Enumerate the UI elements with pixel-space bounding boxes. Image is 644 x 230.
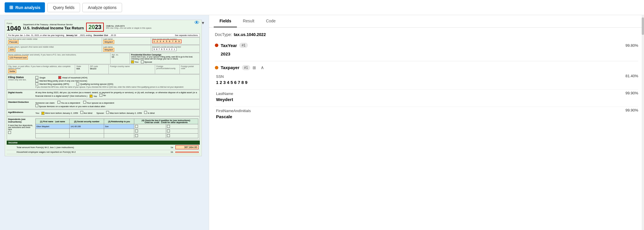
ssn-field-confidence: 81.40% [625,74,638,78]
mfs-option: Married filing separately (MFS) Qualifyi… [35,82,198,85]
pec-checkboxes: ✓ You Spouse [131,60,198,63]
lastname-field-row: LastName Weydert 99.90% [215,91,638,102]
apt-cell: Apt. no. 55 [110,53,130,64]
tab-code-label: Code [266,19,275,23]
mfs-checkbox[interactable] [35,82,38,85]
state-label: State [76,65,87,67]
dep-row-1: Elton Weydert 141 85 295 Son [36,124,198,129]
spouse-last-cell: Last name Weydert [102,45,151,52]
query-fields-button[interactable]: Query fields [47,3,80,12]
pec-spouse-checkbox[interactable] [141,60,144,63]
blind-you-checkbox[interactable] [80,111,83,114]
scrollbar-track[interactable] [642,15,644,230]
qss-checkbox[interactable] [76,82,79,85]
more-deps-checkbox[interactable] [8,131,11,134]
analysis-icon: ⊞ [9,5,13,10]
form-title: U.S. Individual Income Tax Return [23,26,84,31]
age-spouse-checkbox[interactable] [106,111,109,114]
tab-code[interactable]: Code [260,15,281,27]
city-cell: City, town, or post office. If you have … [7,65,75,74]
run-analysis-button[interactable]: ⊞ Run analysis [5,2,45,12]
dep-row-3 [36,134,198,138]
mfj-option: Married filing jointly (even if only one… [35,79,198,82]
taxyear-badge: #1 [239,43,248,48]
dependents-header: Dependents (see instructions): If more t… [8,118,34,138]
dep-col-qualify: (4) Check the box if qualifies for (see … [134,119,198,124]
blind-spouse-checkbox[interactable] [144,111,147,114]
single-checkbox[interactable] [35,76,38,79]
taxpayer-section: Taxpayer #1 ⊞ ∧ SSN 1 2 3 4 5 6 7 8 9 81… [215,65,638,119]
pec-you-label: You [135,61,139,63]
tab-result[interactable]: Result [237,15,260,27]
scrollbar-thumb[interactable] [642,17,644,35]
taxpayer-toggle[interactable]: ∧ [261,65,264,70]
age-blindness-section: Age/Blindness You: ✓ Were born before Ja… [7,109,200,116]
dependents-note: If more than four dependents, see instru… [8,124,34,130]
std-deduction-title: Standard Deduction [8,101,34,103]
dep-col-rel: (3) Relationship to you [104,119,134,124]
chevron-down-icon[interactable]: ▾ [202,20,204,26]
std-you-checkbox[interactable] [57,101,60,104]
mfj-checkbox[interactable] [35,79,38,82]
last-name-value: Weydert [103,40,114,44]
apt-value: 55 [112,56,114,58]
analyze-options-label: Analyze options [88,5,117,10]
address-row: Home address (number and street). If you… [7,53,200,64]
form-label-container: Form 1040 [7,22,21,32]
dep-ssn-3 [70,134,104,138]
taxyear-dot [215,44,218,47]
year-box: 2023 [86,23,104,32]
dependents-section: Dependents (see instructions): If more t… [7,116,200,140]
std-spouse-checkbox[interactable] [83,101,86,104]
std-spouse-label: Your spouse as a dependent [87,102,114,104]
dependents-table: (1) First name Last name (2) Social secu… [35,118,198,138]
income-1b-ref: 1b [168,151,175,153]
filing-status-section: Filing Status Check only one box. Single… [7,74,200,89]
hoh-checkbox[interactable]: ✓ [58,76,61,79]
address-cell: Home address (number and street). If you… [7,53,110,64]
std-deduction-header: Standard Deduction [8,101,34,108]
age-you-checkbox[interactable]: ✓ [41,112,44,115]
spouse-last-value: Weydert [103,48,114,52]
apt-label: Apt. no. [112,54,128,56]
dep-ssn-1: 141 85 295 [70,124,104,129]
age-blind-content: You: ✓ Were born before January 2, 1959 … [35,111,198,115]
irs-form: Form 1040 Department of the Treasury—Int… [5,20,202,156]
dep-row-2 [36,129,198,134]
visibility-icon[interactable]: 👁 [194,20,199,26]
blind-you-label: Are blind [84,112,92,114]
pec-you-checkbox[interactable]: ✓ [131,60,134,63]
city-label: City, town, or post office. If you have … [8,65,74,69]
analyze-options-button[interactable]: Analyze options [82,3,122,12]
foreign-province-cell: Foreign province/state/county [155,65,179,74]
mfj-label: Married filing jointly (even if only one… [39,80,87,82]
city-state-row: City, town, or post office. If you have … [7,64,200,74]
std-itemize-checkbox[interactable] [35,104,38,107]
dep-col-name: (1) First name Last name [36,119,70,124]
spouse-last-label: Last name [103,46,150,48]
dep-col-ssn: (2) Social security number [70,119,104,124]
pec-text: Check here if you, or your spouse if fil… [131,56,198,60]
dependents-title: Dependents (see instructions): [8,118,34,123]
taxpayer-table-icon[interactable]: ⊞ [253,65,256,70]
digital-yes-checkbox[interactable]: ✓ [90,95,92,98]
divider-1 [215,61,638,61]
year-colored: 20 [88,24,95,30]
digital-no-checkbox[interactable] [99,94,102,97]
document-panel: 👁 ▾ Form 1040 Department of the Treasury… [0,15,209,230]
tax-year-range-label: For the year Jan. 1–Dec. 31, 2023, or ot… [8,34,64,36]
taxpayer-dot [215,66,218,69]
spouse-ssn-value: 9 8 7 6 5 4 3 2 1 [152,47,177,51]
tax-year-ending-label: , 2023, ending [79,34,92,36]
name-ssn-row: Your first name and middle initial Pasca… [7,37,200,45]
tab-fields[interactable]: Fields [214,15,237,27]
ssn-field-row: SSN 1 2 3 4 5 6 7 8 9 81.40% [215,74,638,85]
taxyear-value-container: 2023 [215,51,638,56]
doctype-row: DocType: tax.us.1040.2022 [215,32,638,37]
income-1b-amount [175,152,199,153]
doctype-value: tax.us.1040.2022 [234,32,266,37]
firstname-field-row: FirstNameAndInitials Pascale 99.90% [215,108,638,119]
irs-only-text: IRS Use Only—Do not write or staple in t… [106,27,152,29]
zip-label: ZIP code [90,65,107,67]
form-prefix-label: Form [7,22,12,25]
